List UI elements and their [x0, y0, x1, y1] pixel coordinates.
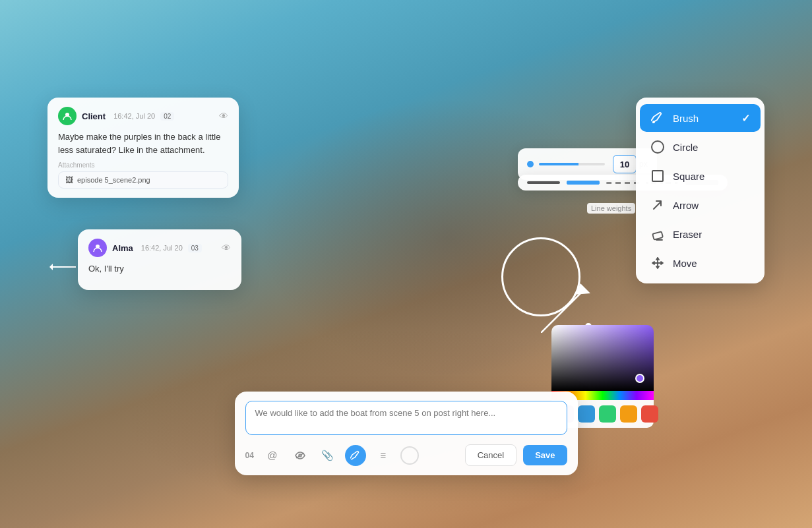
- svg-rect-9: [652, 231, 663, 239]
- arrow-label: Arrow: [673, 200, 750, 211]
- comment-input-panel: 04 @ 📎 ≡ Cancel Save: [235, 392, 578, 475]
- circle-icon: [650, 140, 665, 154]
- eraser-label: Eraser: [673, 229, 750, 240]
- line-solid[interactable]: [527, 181, 560, 184]
- brush-check: ✓: [741, 112, 750, 125]
- brush-icon: [650, 111, 665, 125]
- svg-marker-2: [49, 264, 53, 270]
- alma-avatar: [88, 239, 107, 257]
- color-gradient[interactable]: [551, 325, 654, 391]
- file-name: episode 5_scene2.png: [77, 176, 150, 184]
- circle-label: Circle: [673, 142, 750, 153]
- client-eye-icon: 👁: [219, 111, 228, 121]
- alma-eye-icon: 👁: [222, 243, 231, 253]
- swatch-orange[interactable]: [620, 405, 637, 423]
- eraser-icon: [650, 227, 665, 241]
- move-label: Move: [673, 258, 750, 269]
- tool-eraser[interactable]: Eraser: [640, 220, 761, 248]
- color-indicator[interactable]: [635, 374, 644, 383]
- square-label: Square: [673, 171, 750, 182]
- alma-card-header: Alma 16:42, Jul 20 03 👁: [88, 239, 231, 257]
- svg-marker-5: [574, 283, 590, 295]
- alma-comment-card: Alma 16:42, Jul 20 03 👁 Ok, I'll try: [78, 229, 241, 290]
- slider-container[interactable]: [527, 161, 605, 167]
- square-icon: [650, 169, 665, 183]
- line-weight-label: Line weights: [587, 203, 635, 214]
- slider-thumb[interactable]: [527, 161, 534, 167]
- eye-button[interactable]: [290, 445, 311, 466]
- alma-message: Ok, I'll try: [88, 262, 231, 276]
- brush-toolbar-button[interactable]: [345, 445, 366, 466]
- client-card-header: Client 16:42, Jul 20 02 👁: [58, 107, 228, 125]
- move-icon: [650, 256, 665, 270]
- client-avatar: [58, 107, 77, 125]
- line-selected[interactable]: [567, 181, 600, 185]
- comment-textarea[interactable]: [245, 401, 567, 435]
- swatch-blue[interactable]: [578, 405, 595, 423]
- mention-button[interactable]: @: [262, 445, 283, 466]
- swatch-red[interactable]: [641, 405, 658, 423]
- attach-button[interactable]: 📎: [317, 445, 338, 466]
- client-time: 16:42, Jul 20: [113, 112, 155, 120]
- circle-toolbar-button[interactable]: [400, 446, 419, 465]
- slider-track[interactable]: [539, 163, 605, 165]
- svg-line-8: [654, 202, 661, 209]
- attachments-label: Attachments: [58, 161, 228, 169]
- px-value[interactable]: 10: [613, 155, 637, 173]
- swatch-green[interactable]: [599, 405, 616, 423]
- client-username: Client: [82, 111, 106, 121]
- align-button[interactable]: ≡: [373, 445, 394, 466]
- attachment-file[interactable]: 🖼 episode 5_scene2.png: [58, 171, 228, 189]
- client-message: Maybe make the purples in the back a lit…: [58, 131, 228, 156]
- alma-badge: 03: [188, 244, 202, 252]
- tool-square[interactable]: Square: [640, 162, 761, 190]
- client-comment-card: Client 16:42, Jul 20 02 👁 Maybe make the…: [47, 98, 239, 198]
- tool-panel: Brush ✓ Circle Square Arrow: [636, 98, 765, 283]
- alma-username: Alma: [112, 243, 133, 253]
- client-badge: 02: [160, 112, 174, 121]
- svg-point-7: [652, 121, 655, 123]
- save-button[interactable]: Save: [523, 445, 567, 465]
- comment-count: 04: [245, 451, 254, 460]
- tool-arrow[interactable]: Arrow: [640, 191, 761, 219]
- tool-circle[interactable]: Circle: [640, 133, 761, 161]
- tool-brush[interactable]: Brush ✓: [640, 104, 761, 132]
- tool-move[interactable]: Move: [640, 249, 761, 277]
- cancel-button[interactable]: Cancel: [465, 444, 516, 466]
- file-icon: 🖼: [65, 175, 73, 185]
- line-dashed[interactable]: [606, 182, 639, 184]
- brush-label: Brush: [673, 113, 734, 124]
- arrow-icon: [650, 198, 665, 212]
- comment-toolbar: 04 @ 📎 ≡ Cancel Save: [245, 444, 567, 466]
- alma-time: 16:42, Jul 20: [141, 244, 183, 252]
